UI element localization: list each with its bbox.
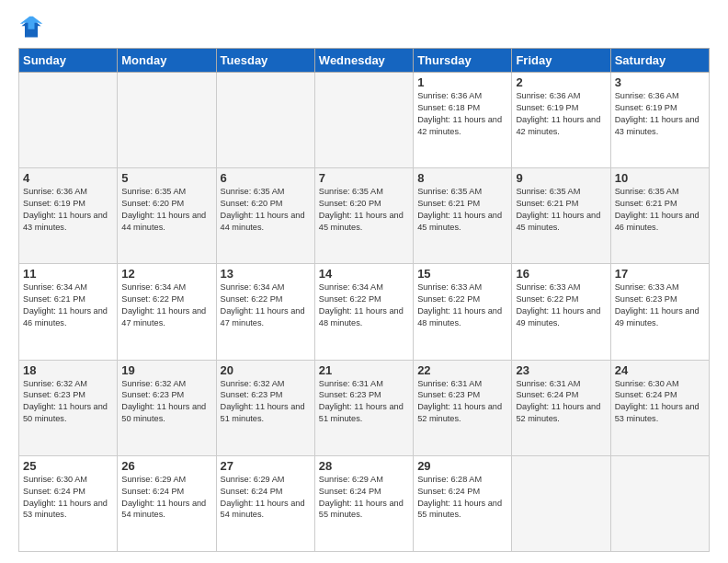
day-info: Sunrise: 6:32 AMSunset: 6:23 PMDaylight:… <box>221 378 311 426</box>
calendar-cell: 13Sunrise: 6:34 AMSunset: 6:22 PMDayligh… <box>216 264 314 360</box>
day-info: Sunrise: 6:34 AMSunset: 6:22 PMDaylight:… <box>319 282 409 329</box>
day-number: 14 <box>319 267 409 281</box>
calendar-cell <box>118 73 216 168</box>
logo <box>18 15 48 40</box>
day-info: Sunrise: 6:30 AMSunset: 6:24 PMDaylight:… <box>615 378 705 426</box>
day-info: Sunrise: 6:35 AMSunset: 6:21 PMDaylight:… <box>615 186 705 234</box>
calendar-cell: 10Sunrise: 6:35 AMSunset: 6:21 PMDayligh… <box>610 168 709 264</box>
day-number: 13 <box>221 267 311 281</box>
day-info: Sunrise: 6:36 AMSunset: 6:19 PMDaylight:… <box>516 90 606 138</box>
calendar-cell: 14Sunrise: 6:34 AMSunset: 6:22 PMDayligh… <box>314 264 413 360</box>
day-number: 25 <box>23 459 113 473</box>
calendar-cell: 29Sunrise: 6:28 AMSunset: 6:24 PMDayligh… <box>414 455 512 551</box>
day-info: Sunrise: 6:34 AMSunset: 6:21 PMDaylight:… <box>23 282 113 329</box>
calendar-cell: 3Sunrise: 6:36 AMSunset: 6:19 PMDaylight… <box>610 73 709 168</box>
calendar-cell: 15Sunrise: 6:33 AMSunset: 6:22 PMDayligh… <box>414 264 512 360</box>
day-number: 23 <box>516 363 606 377</box>
calendar-cell: 24Sunrise: 6:30 AMSunset: 6:24 PMDayligh… <box>610 360 709 455</box>
calendar-cell: 7Sunrise: 6:35 AMSunset: 6:20 PMDaylight… <box>314 168 413 264</box>
calendar-cell: 19Sunrise: 6:32 AMSunset: 6:23 PMDayligh… <box>118 360 216 455</box>
day-info: Sunrise: 6:31 AMSunset: 6:23 PMDaylight:… <box>417 378 507 426</box>
day-info: Sunrise: 6:31 AMSunset: 6:23 PMDaylight:… <box>319 378 409 426</box>
day-number: 18 <box>23 363 113 377</box>
day-number: 1 <box>417 75 507 89</box>
calendar-week-row: 18Sunrise: 6:32 AMSunset: 6:23 PMDayligh… <box>19 360 710 455</box>
day-number: 6 <box>221 171 311 185</box>
day-number: 29 <box>417 459 507 473</box>
day-info: Sunrise: 6:30 AMSunset: 6:24 PMDaylight:… <box>23 474 113 522</box>
calendar-cell: 11Sunrise: 6:34 AMSunset: 6:21 PMDayligh… <box>19 264 118 360</box>
day-info: Sunrise: 6:29 AMSunset: 6:24 PMDaylight:… <box>221 474 311 522</box>
calendar-cell <box>19 73 118 168</box>
day-info: Sunrise: 6:29 AMSunset: 6:24 PMDaylight:… <box>121 474 211 522</box>
calendar-header-tuesday: Tuesday <box>216 49 314 73</box>
calendar-week-row: 1Sunrise: 6:36 AMSunset: 6:18 PMDaylight… <box>19 73 710 168</box>
day-number: 3 <box>615 75 705 89</box>
logo-icon <box>18 15 44 40</box>
calendar-cell: 12Sunrise: 6:34 AMSunset: 6:22 PMDayligh… <box>118 264 216 360</box>
day-info: Sunrise: 6:33 AMSunset: 6:22 PMDaylight:… <box>417 282 507 329</box>
calendar-header-sunday: Sunday <box>19 49 118 73</box>
day-info: Sunrise: 6:35 AMSunset: 6:20 PMDaylight:… <box>319 186 409 234</box>
calendar-cell: 8Sunrise: 6:35 AMSunset: 6:21 PMDaylight… <box>414 168 512 264</box>
calendar-cell: 9Sunrise: 6:35 AMSunset: 6:21 PMDaylight… <box>512 168 610 264</box>
day-info: Sunrise: 6:29 AMSunset: 6:24 PMDaylight:… <box>319 474 409 522</box>
day-number: 21 <box>319 363 409 377</box>
calendar-cell <box>512 455 610 551</box>
calendar: SundayMondayTuesdayWednesdayThursdayFrid… <box>18 48 710 552</box>
day-info: Sunrise: 6:31 AMSunset: 6:24 PMDaylight:… <box>516 378 606 426</box>
day-info: Sunrise: 6:36 AMSunset: 6:19 PMDaylight:… <box>23 186 113 234</box>
calendar-cell: 6Sunrise: 6:35 AMSunset: 6:20 PMDaylight… <box>216 168 314 264</box>
day-info: Sunrise: 6:35 AMSunset: 6:21 PMDaylight:… <box>516 186 606 234</box>
calendar-cell: 28Sunrise: 6:29 AMSunset: 6:24 PMDayligh… <box>314 455 413 551</box>
calendar-cell <box>216 73 314 168</box>
calendar-cell: 22Sunrise: 6:31 AMSunset: 6:23 PMDayligh… <box>414 360 512 455</box>
calendar-cell: 4Sunrise: 6:36 AMSunset: 6:19 PMDaylight… <box>19 168 118 264</box>
day-info: Sunrise: 6:34 AMSunset: 6:22 PMDaylight:… <box>121 282 211 329</box>
day-number: 20 <box>221 363 311 377</box>
header <box>18 15 710 40</box>
calendar-header-friday: Friday <box>512 49 610 73</box>
calendar-cell: 16Sunrise: 6:33 AMSunset: 6:22 PMDayligh… <box>512 264 610 360</box>
day-number: 24 <box>615 363 705 377</box>
calendar-cell: 2Sunrise: 6:36 AMSunset: 6:19 PMDaylight… <box>512 73 610 168</box>
day-info: Sunrise: 6:28 AMSunset: 6:24 PMDaylight:… <box>417 474 507 522</box>
day-info: Sunrise: 6:33 AMSunset: 6:22 PMDaylight:… <box>516 282 606 329</box>
calendar-week-row: 25Sunrise: 6:30 AMSunset: 6:24 PMDayligh… <box>19 455 710 551</box>
day-number: 26 <box>121 459 211 473</box>
day-number: 15 <box>417 267 507 281</box>
calendar-cell: 5Sunrise: 6:35 AMSunset: 6:20 PMDaylight… <box>118 168 216 264</box>
calendar-header-wednesday: Wednesday <box>314 49 413 73</box>
day-number: 22 <box>417 363 507 377</box>
day-number: 7 <box>319 171 409 185</box>
calendar-cell: 26Sunrise: 6:29 AMSunset: 6:24 PMDayligh… <box>118 455 216 551</box>
calendar-cell: 25Sunrise: 6:30 AMSunset: 6:24 PMDayligh… <box>19 455 118 551</box>
day-info: Sunrise: 6:32 AMSunset: 6:23 PMDaylight:… <box>121 378 211 426</box>
day-info: Sunrise: 6:32 AMSunset: 6:23 PMDaylight:… <box>23 378 113 426</box>
day-number: 11 <box>23 267 113 281</box>
day-info: Sunrise: 6:35 AMSunset: 6:20 PMDaylight:… <box>121 186 211 234</box>
day-number: 28 <box>319 459 409 473</box>
day-number: 8 <box>417 171 507 185</box>
calendar-cell <box>314 73 413 168</box>
calendar-cell: 20Sunrise: 6:32 AMSunset: 6:23 PMDayligh… <box>216 360 314 455</box>
day-number: 16 <box>516 267 606 281</box>
svg-marker-2 <box>20 17 43 29</box>
calendar-week-row: 11Sunrise: 6:34 AMSunset: 6:21 PMDayligh… <box>19 264 710 360</box>
calendar-week-row: 4Sunrise: 6:36 AMSunset: 6:19 PMDaylight… <box>19 168 710 264</box>
day-number: 2 <box>516 75 606 89</box>
calendar-cell: 27Sunrise: 6:29 AMSunset: 6:24 PMDayligh… <box>216 455 314 551</box>
calendar-cell <box>610 455 709 551</box>
day-number: 12 <box>121 267 211 281</box>
day-info: Sunrise: 6:36 AMSunset: 6:18 PMDaylight:… <box>417 90 507 138</box>
calendar-cell: 17Sunrise: 6:33 AMSunset: 6:23 PMDayligh… <box>610 264 709 360</box>
day-number: 17 <box>615 267 705 281</box>
day-info: Sunrise: 6:33 AMSunset: 6:23 PMDaylight:… <box>615 282 705 329</box>
day-number: 5 <box>121 171 211 185</box>
day-number: 27 <box>221 459 311 473</box>
day-number: 4 <box>23 171 113 185</box>
calendar-header-row: SundayMondayTuesdayWednesdayThursdayFrid… <box>19 49 710 73</box>
day-number: 10 <box>615 171 705 185</box>
day-info: Sunrise: 6:36 AMSunset: 6:19 PMDaylight:… <box>615 90 705 138</box>
page: SundayMondayTuesdayWednesdayThursdayFrid… <box>0 0 728 563</box>
